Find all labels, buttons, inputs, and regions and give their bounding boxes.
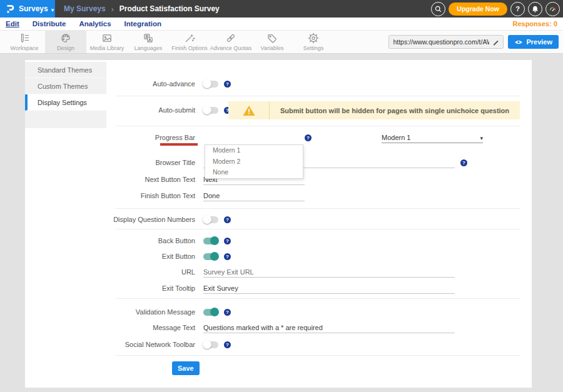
dropdown-option-modern-1[interactable]: Modern 1 xyxy=(205,145,303,156)
upgrade-now-button[interactable]: Upgrade Now xyxy=(449,3,507,16)
finish-options-icon xyxy=(184,33,195,44)
validation-message-row: Validation Message xyxy=(25,307,532,317)
browser-title-help-icon[interactable] xyxy=(460,159,467,166)
pencil-icon xyxy=(492,38,500,46)
back-button-row: Back Button xyxy=(25,236,532,246)
design-panel: Standard Themes Custom Themes Display Se… xyxy=(25,60,532,388)
exit-url-row: URL Survey Exit URL xyxy=(25,267,532,277)
back-button-label: Back Button xyxy=(25,237,195,244)
auto-submit-warning-text: Submit button will be hidden for pages w… xyxy=(270,107,509,114)
message-text-row: Message Text Questions marked with a * a… xyxy=(25,323,532,333)
search-button[interactable] xyxy=(431,2,445,16)
back-button-help-icon[interactable] xyxy=(224,238,231,244)
advance-quotas-icon xyxy=(225,33,236,44)
dropdown-option-none[interactable]: None xyxy=(205,167,303,178)
eye-icon xyxy=(514,39,523,46)
red-annotation-underline xyxy=(160,143,198,146)
exit-tooltip-input[interactable]: Exit Survey xyxy=(203,283,455,294)
divider xyxy=(116,126,520,126)
workspace-background: Standard Themes Custom Themes Display Se… xyxy=(0,54,563,392)
validation-message-help-icon[interactable] xyxy=(224,309,231,316)
breadcrumb-parent[interactable]: My Surveys xyxy=(64,4,106,13)
product-switcher-label: Surveys xyxy=(19,4,48,13)
preview-button[interactable]: Preview xyxy=(508,35,559,49)
auto-advance-label: Auto-advance xyxy=(25,80,195,88)
toolbar-item-finish-options[interactable]: Finish Options xyxy=(169,31,210,53)
social-network-toolbar-row: Social Network Toolbar xyxy=(25,339,532,349)
top-actions: Upgrade Now ? xyxy=(431,2,563,16)
nav-tab-distribute[interactable]: Distribute xyxy=(33,20,66,28)
edit-link-button[interactable] xyxy=(489,36,503,48)
languages-icon xyxy=(143,33,154,44)
validation-message-label: Validation Message xyxy=(25,308,195,316)
save-button[interactable]: Save xyxy=(172,361,200,375)
notifications-button[interactable] xyxy=(528,2,542,16)
social-network-toolbar-toggle[interactable] xyxy=(203,341,218,348)
toolbar-item-settings[interactable]: Settings xyxy=(293,31,334,53)
auto-advance-toggle[interactable] xyxy=(203,81,218,88)
design-side-menu: Standard Themes Custom Themes Display Se… xyxy=(25,62,106,128)
edit-toolbar: Workspace Design Media Library Languages xyxy=(0,30,563,54)
display-question-numbers-help-icon[interactable] xyxy=(224,216,231,223)
help-menu-button[interactable]: ? xyxy=(510,2,525,16)
toolbar-right: https://www.questionpro.com/t/AW22Zh44 P… xyxy=(388,31,563,53)
breadcrumb-separator-icon xyxy=(111,3,114,14)
back-button-toggle[interactable] xyxy=(203,238,218,244)
toolbar-item-workspace[interactable]: Workspace xyxy=(4,31,45,53)
exit-url-label: URL xyxy=(25,268,195,276)
progress-bar-label: Progress Bar xyxy=(25,134,195,141)
product-switcher[interactable]: Surveys xyxy=(0,0,55,18)
auto-advance-help-icon[interactable] xyxy=(224,81,231,88)
toolbar-item-media-library[interactable]: Media Library xyxy=(86,31,128,53)
dropdown-option-modern-2[interactable]: Modern 2 xyxy=(205,156,303,168)
divider xyxy=(116,355,520,356)
toolbar-item-languages[interactable]: Languages xyxy=(128,31,169,53)
progress-bar-select[interactable]: Modern 1 xyxy=(382,133,483,143)
validation-message-toggle[interactable] xyxy=(203,309,218,316)
nav-tab-edit[interactable]: Edit xyxy=(6,20,19,28)
toolbar-item-advance-quotas[interactable]: Advance Quotas xyxy=(210,31,251,53)
auto-advance-row: Auto-advance xyxy=(25,79,532,89)
exit-url-input[interactable]: Survey Exit URL xyxy=(203,267,455,278)
message-text-input[interactable]: Questions marked with a * are required xyxy=(203,323,455,333)
exit-tooltip-label: Exit Tooltip xyxy=(25,284,195,292)
warning-triangle-icon xyxy=(242,104,256,117)
social-network-toolbar-label: Social Network Toolbar xyxy=(25,341,195,348)
survey-link-box[interactable]: https://www.questionpro.com/t/AW22Zh44 xyxy=(388,35,504,49)
sidebar-item-standard-themes[interactable]: Standard Themes xyxy=(25,62,106,78)
survey-link-url[interactable]: https://www.questionpro.com/t/AW22Zh44 xyxy=(389,38,489,46)
message-text-label: Message Text xyxy=(25,324,195,331)
usage-meter-button[interactable] xyxy=(545,2,560,16)
progress-bar-dropdown: Modern 1 Modern 2 None xyxy=(205,144,303,179)
finish-button-text-input[interactable]: Done xyxy=(203,191,305,201)
survey-nav: Edit Distribute Analytics Integration Re… xyxy=(0,18,563,30)
top-bar: Surveys My Surveys Product Satisfaction … xyxy=(0,0,563,18)
search-icon xyxy=(434,5,442,13)
workspace-icon xyxy=(19,33,30,44)
auto-submit-label: Auto-submit xyxy=(25,106,195,114)
bell-icon xyxy=(531,5,539,13)
progress-bar-row: Progress Bar Modern 1 xyxy=(25,133,532,143)
design-icon xyxy=(60,33,71,44)
finish-button-text-row: Finish Button Text Done xyxy=(25,191,532,201)
auto-submit-toggle[interactable] xyxy=(203,107,218,114)
divider xyxy=(116,96,520,96)
display-question-numbers-row: Display Question Numbers xyxy=(25,214,532,224)
divider xyxy=(116,229,520,229)
gauge-icon xyxy=(549,5,557,13)
nav-tab-analytics[interactable]: Analytics xyxy=(79,20,111,28)
display-question-numbers-toggle[interactable] xyxy=(203,216,218,223)
divider xyxy=(116,208,520,209)
responses-count[interactable]: Responses: 0 xyxy=(512,20,557,28)
toolbar-item-variables[interactable]: Variables xyxy=(251,31,293,53)
exit-tooltip-row: Exit Tooltip Exit Survey xyxy=(25,283,532,293)
exit-button-help-icon[interactable] xyxy=(224,253,231,260)
exit-button-toggle[interactable] xyxy=(203,253,218,260)
next-button-text-label: Next Button Text xyxy=(25,176,195,183)
toolbar-item-design[interactable]: Design xyxy=(45,31,86,53)
nav-tab-integration[interactable]: Integration xyxy=(124,20,161,28)
social-network-toolbar-help-icon[interactable] xyxy=(224,341,231,348)
progress-bar-help-icon[interactable] xyxy=(305,134,312,141)
browser-title-label: Browser Title xyxy=(25,159,195,166)
breadcrumb: My Surveys Product Satisfaction Survey xyxy=(64,3,220,14)
